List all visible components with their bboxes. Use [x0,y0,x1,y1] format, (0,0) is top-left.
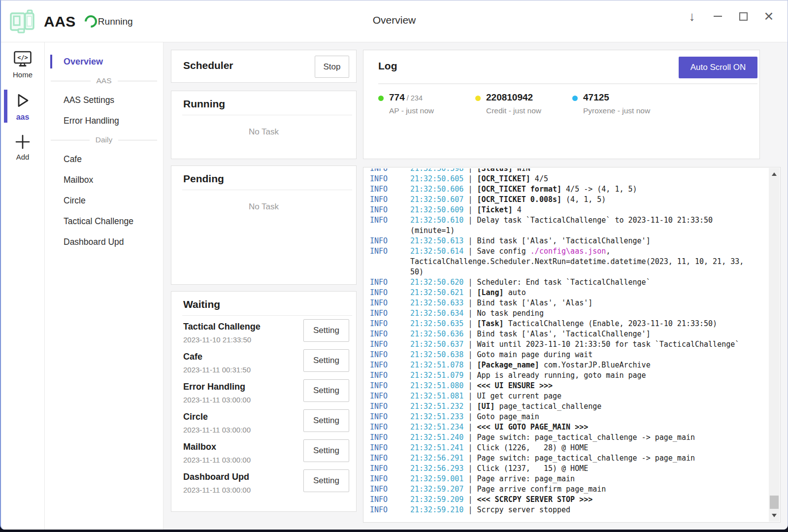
auto-scroll-button[interactable]: Auto Scroll ON [679,57,757,78]
stat-dot-icon [475,96,481,101]
log-line: INFO21:32:59.207 | Page arrive confirm p… [363,484,768,495]
log-segment: Bind task ['Alas', 'TacticalChallenge'] [477,236,650,245]
sidebar-item-label: Tactical Challenge [64,216,133,227]
scheduler-title: Scheduler [183,60,233,71]
sidebar-nav: OverviewAASAAS SettingsError HandlingDai… [45,42,164,530]
sidebar-item-tactical-challenge[interactable]: Tactical Challenge [45,211,163,232]
close-button[interactable]: ✕ [758,5,780,27]
log-line: INFO21:32:50.598 | [Status] WIN [363,168,768,174]
scroll-down-icon[interactable] [772,514,777,517]
log-line: INFO21:32:59.210 | Scrcpy server stopped [363,505,768,515]
log-level: INFO [370,401,388,412]
log-segment: ./config\aas.json [530,247,606,256]
scroll-up-icon[interactable] [772,172,777,176]
log-time: 21:32:50.637 [410,340,463,349]
log-line: INFO21:32:50.605 | [OCR_TICKET] 4/5 [363,174,768,184]
log-level: INFO [370,308,388,319]
scroll-thumb[interactable] [770,496,779,509]
log-segment: Save config [477,247,530,256]
log-segment: auto [504,288,526,297]
log-segment: 4 [513,205,522,214]
sidebar-item-aas-settings[interactable]: AAS Settings [45,90,163,110]
waiting-task-dashboard-upd: Dashboard Upd2023-11-11 03:00:00Setting [183,472,349,502]
sidebar-item-add[interactable]: Add [1,133,44,162]
sidebar-item-home[interactable]: </> Home [1,49,44,80]
log-segment: 4/5 -> (4, 1, 5) [561,185,637,194]
log-line: INFO21:32:51.079 | App is already runnin… [363,370,768,381]
minimize-button[interactable] [707,5,728,27]
log-segment: Click (1226, 28) @ HOME [477,443,588,452]
sidebar-item-label: Error Handling [64,116,119,126]
log-segment: page_tactical_challenge [495,402,602,411]
log-level: INFO [370,391,388,401]
app-brand: AAS Running [7,0,133,42]
log-line: INFO21:32:51.080 | <<< UI ENSURE >>> [363,381,768,391]
sidebar-item-error-handling[interactable]: Error Handling [45,110,163,131]
log-separator: | [463,402,477,411]
log-segment: Wait until 2023-11-10 21:33:50 for task … [477,340,739,349]
log-segment: Goto page_main [477,412,539,421]
log-time: 21:32:51.081 [410,392,463,400]
waiting-card: Waiting Tactical Challenge2023-11-10 21:… [171,291,357,512]
log-separator: | [463,371,477,380]
log-segment: Page arrive: page_main [477,474,575,483]
stat-ap: 774 / 234AP - just now [378,92,475,115]
waiting-task-error-handling: Error Handling2023-11-11 03:00:00Setting [183,382,349,412]
log-message: Scheduler: End task `TacticalChallenge` [477,278,650,287]
sidebar-item-aas[interactable]: aas [1,90,44,123]
sidebar-item-overview[interactable]: Overview [45,51,163,72]
log-output[interactable]: INFO21:32:50.598 | [Status] WININFO21:32… [363,167,781,523]
log-segment: [Ticket] [477,205,512,214]
sidebar-item-cafe[interactable]: Cafe [45,149,163,169]
log-segment: 4/5 [530,174,548,183]
maximize-icon [739,12,748,21]
log-line: INFO21:32:50.621 | [Lang] auto [363,288,768,298]
sidebar-item-mailbox[interactable]: Mailbox [45,169,163,190]
log-level: INFO [370,174,388,184]
log-segment: [OCR_TICKET format] [477,185,561,194]
log-line: INFO21:32:50.614 | Save config ./config\… [363,246,768,277]
log-segment: [Package_name] [477,361,539,369]
task-setting-button[interactable]: Setting [303,379,349,402]
log-segment: Page switch: page_tactical_challenge -> … [477,433,695,442]
log-segment: [UI] [477,402,494,411]
log-message: Page arrive confirm page_main [477,485,606,494]
sidebar-item-circle[interactable]: Circle [45,190,163,211]
task-setting-button[interactable]: Setting [303,439,349,462]
log-time: 21:32:50.621 [410,288,463,297]
log-time: 21:32:51.240 [410,433,463,442]
stop-button[interactable]: Stop [315,56,349,78]
task-setting-button[interactable]: Setting [303,469,349,492]
task-setting-button[interactable]: Setting [303,319,349,342]
log-line: INFO21:32:59.209 | <<< SCRCPY SERVER STO… [363,495,768,505]
log-segment: UI get current page [477,392,561,400]
log-level: INFO [370,195,388,205]
log-separator: | [463,185,477,194]
log-time: 21:32:50.635 [410,319,463,328]
sidebar-item-label: Circle [64,196,86,206]
maximize-button[interactable] [732,5,754,27]
update-download-icon[interactable]: ↓ [681,5,703,27]
log-segment: WIN [513,168,530,173]
log-level: INFO [370,505,388,515]
window-controls: ↓ ✕ [681,5,780,27]
task-setting-button[interactable]: Setting [303,409,349,432]
log-time: 21:32:51.079 [410,371,463,380]
stat-dot-icon [378,96,384,101]
log-separator: | [463,330,477,338]
log-separator: | [463,485,477,494]
log-line: INFO21:32:50.606 | [OCR_TICKET format] 4… [363,184,768,195]
log-time: 21:32:59.207 [410,485,463,494]
task-setting-button[interactable]: Setting [303,349,349,372]
stat-value: 774 [389,92,405,102]
log-message: Bind task ['Alas', 'Alas'] [477,299,592,307]
log-segment: [Lang] [477,288,503,297]
svg-text:</>: </> [17,54,28,61]
sidebar-item-dashboard-upd[interactable]: Dashboard Upd [45,232,163,252]
pending-card: Pending No Task [171,166,357,285]
log-segment: [OCR_TICKET 0.008s] [477,195,561,204]
log-separator: | [463,423,477,432]
sidebar-item-label: AAS Settings [64,95,114,105]
log-level: INFO [370,422,388,432]
log-scrollbar[interactable] [769,168,780,522]
